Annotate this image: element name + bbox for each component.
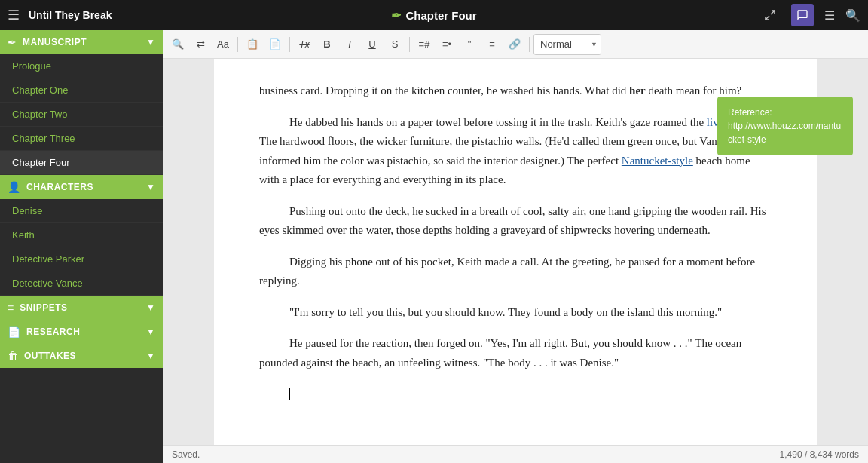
search-toolbar-btn[interactable]: 🔍 bbox=[167, 34, 188, 55]
sidebar: ✒ MANUSCRIPT ▼ Prologue Chapter One Chap… bbox=[0, 30, 163, 463]
toolbar-divider-1 bbox=[237, 37, 238, 52]
research-chevron: ▼ bbox=[146, 327, 155, 337]
underline-btn[interactable]: U bbox=[362, 34, 383, 55]
characters-label: CHARACTERS bbox=[26, 182, 146, 192]
paragraph-2: Pushing out onto the deck, he sucked in … bbox=[259, 202, 772, 241]
comments-icon[interactable] bbox=[791, 4, 814, 26]
sidebar-item-chapter-one[interactable]: Chapter One bbox=[0, 78, 163, 103]
sidebar-item-keith[interactable]: Keith bbox=[0, 223, 163, 247]
snippets-section-header[interactable]: ≡ SNIPPETS ▼ bbox=[0, 296, 163, 320]
blockquote-btn[interactable]: " bbox=[459, 34, 480, 55]
reference-url: http://www.houzz.com/nantucket-style bbox=[728, 121, 841, 145]
paragraph-1: He dabbed his hands on a paper towel bef… bbox=[259, 113, 772, 190]
statusbar: Saved. 1,490 / 8,434 words bbox=[163, 445, 868, 463]
paragraph-4: "I'm sorry to tell you this, but you sho… bbox=[259, 303, 772, 323]
characters-icon: 👤 bbox=[8, 181, 20, 193]
topbar: ☰ Until They Break ✒ Chapter Four ☰ 🔍 bbox=[0, 0, 868, 30]
toolbar-divider-4 bbox=[529, 37, 530, 52]
outtakes-section-header[interactable]: 🗑 OUTTAKES ▼ bbox=[0, 344, 163, 368]
style-select[interactable]: Normal Heading 1 Heading 2 Heading 3 bbox=[533, 34, 601, 55]
snippets-chevron: ▼ bbox=[146, 302, 155, 313]
paste-btn[interactable]: 📄 bbox=[264, 34, 286, 55]
toolbar-divider-3 bbox=[409, 37, 410, 52]
research-label: RESEARCH bbox=[26, 327, 146, 337]
cursor-paragraph bbox=[259, 385, 772, 404]
bold-btn[interactable]: B bbox=[316, 34, 338, 55]
sidebar-item-chapter-four[interactable]: Chapter Four bbox=[0, 151, 163, 175]
outline-icon[interactable]: ☰ bbox=[824, 8, 835, 23]
main-layout: ✒ MANUSCRIPT ▼ Prologue Chapter One Chap… bbox=[0, 30, 868, 463]
link-btn[interactable]: 🔗 bbox=[504, 34, 525, 55]
strikethrough-btn[interactable]: S bbox=[384, 34, 405, 55]
style-select-wrap: Normal Heading 1 Heading 2 Heading 3 bbox=[533, 34, 601, 55]
topbar-right-icons: ☰ 🔍 bbox=[760, 4, 860, 26]
current-chapter-title: Chapter Four bbox=[405, 9, 476, 22]
align-btn[interactable]: ≡ bbox=[481, 34, 503, 55]
research-section-header[interactable]: 📄 RESEARCH ▼ bbox=[0, 320, 163, 344]
content-wrap: 🔍 ⇄ Aa 📋 📄 Tx B I U S ≡# ≡• " ≡ 🔗 Normal… bbox=[163, 30, 868, 463]
menu-icon[interactable]: ☰ bbox=[8, 7, 20, 23]
text-cursor bbox=[289, 388, 290, 400]
reference-tooltip: Reference: http://www.houzz.com/nantucke… bbox=[717, 97, 853, 155]
manuscript-section-header[interactable]: ✒ MANUSCRIPT ▼ bbox=[0, 30, 163, 54]
paragraph-3: Digging his phone out of his pocket, Kei… bbox=[259, 253, 772, 291]
reference-label: Reference: bbox=[728, 107, 772, 118]
unordered-list-btn[interactable]: ≡• bbox=[436, 34, 457, 55]
sidebar-item-prologue[interactable]: Prologue bbox=[0, 54, 163, 78]
paragraph-5: He paused for the reaction, then forged … bbox=[259, 334, 772, 373]
replace-toolbar-btn[interactable]: ⇄ bbox=[190, 34, 211, 55]
expand-icon[interactable] bbox=[760, 5, 781, 26]
characters-section-header[interactable]: 👤 CHARACTERS ▼ bbox=[0, 175, 163, 199]
word-count: 1,490 / 8,434 words bbox=[780, 449, 859, 460]
sidebar-item-chapter-three[interactable]: Chapter Three bbox=[0, 127, 163, 151]
outtakes-label: OUTTAKES bbox=[24, 351, 146, 361]
sidebar-item-detective-parker[interactable]: Detective Parker bbox=[0, 247, 163, 271]
clear-format-btn[interactable]: Tx bbox=[294, 34, 315, 55]
characters-chevron: ▼ bbox=[146, 182, 155, 192]
toolbar: 🔍 ⇄ Aa 📋 📄 Tx B I U S ≡# ≡• " ≡ 🔗 Normal… bbox=[163, 30, 868, 59]
outtakes-chevron: ▼ bbox=[146, 351, 155, 361]
sidebar-item-detective-vance[interactable]: Detective Vance bbox=[0, 271, 163, 296]
italic-btn[interactable]: I bbox=[339, 34, 360, 55]
format-toolbar-btn[interactable]: Aa bbox=[212, 34, 234, 55]
manuscript-icon: ✒ bbox=[8, 36, 17, 48]
research-icon: 📄 bbox=[8, 326, 20, 338]
editor-wrap: business card. Dropping it on the kitche… bbox=[163, 59, 868, 445]
saved-status: Saved. bbox=[172, 449, 200, 460]
copy-btn[interactable]: 📋 bbox=[242, 34, 263, 55]
paragraph-0: business card. Dropping it on the kitche… bbox=[259, 81, 772, 101]
search-icon[interactable]: 🔍 bbox=[845, 8, 860, 23]
snippets-icon: ≡ bbox=[8, 302, 14, 314]
nantucket-link[interactable]: Nantucket-style bbox=[622, 155, 693, 167]
pen-icon: ✒ bbox=[391, 8, 401, 23]
manuscript-label: MANUSCRIPT bbox=[23, 37, 146, 48]
sidebar-item-denise[interactable]: Denise bbox=[0, 199, 163, 223]
ordered-list-btn[interactable]: ≡# bbox=[414, 34, 435, 55]
chapter-title-bar: ✒ Chapter Four bbox=[391, 8, 476, 23]
manuscript-chevron: ▼ bbox=[146, 37, 155, 48]
toolbar-divider-2 bbox=[289, 37, 290, 52]
outtakes-icon: 🗑 bbox=[8, 350, 18, 362]
sidebar-item-chapter-two[interactable]: Chapter Two bbox=[0, 103, 163, 127]
snippets-label: SNIPPETS bbox=[20, 302, 146, 313]
